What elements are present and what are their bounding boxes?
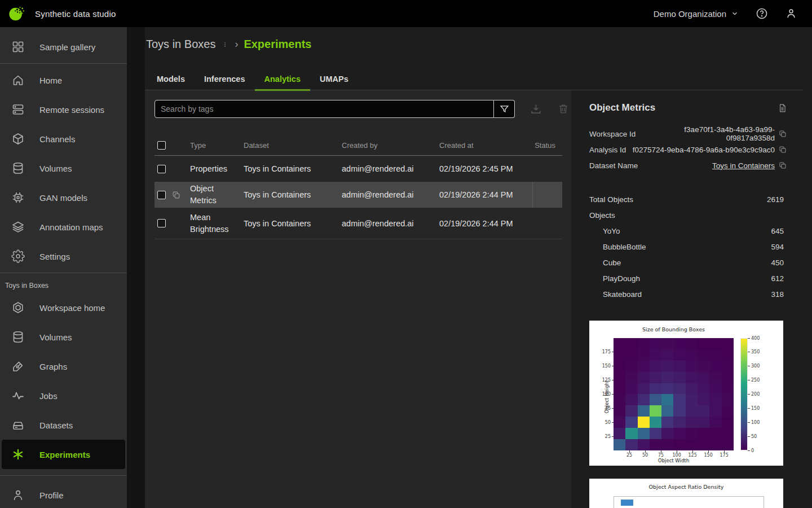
layers-icon	[11, 220, 25, 234]
colorbar-tick-label: 250	[751, 378, 760, 383]
colorbar-tick-label: 50	[751, 434, 757, 439]
dataset-link[interactable]: Toys in Containers	[638, 161, 778, 170]
object-count-row: PlayDough 612	[589, 270, 784, 286]
heatmap-cell	[673, 349, 685, 361]
cell-dataset: Toys in Containers	[244, 190, 342, 199]
heatmap-cell	[638, 439, 650, 450]
heatmap-xlabel: Object Width	[614, 458, 734, 463]
aspect-ratio-density-card: Object Aspect Ratio Density	[589, 479, 783, 508]
breadcrumb: Toys in Boxes › Experiments	[146, 38, 311, 51]
heatmap-cell	[638, 361, 650, 372]
heatmap-cell	[638, 372, 650, 383]
object-name: Cube	[603, 259, 621, 267]
download-icon[interactable]	[529, 103, 542, 116]
sidebar-item-label: Jobs	[39, 391, 58, 401]
heatmap-cell	[614, 372, 625, 383]
heatmap-cell	[709, 417, 721, 428]
sidebar-item-experiments[interactable]: Experiments	[2, 440, 125, 469]
table-row[interactable]: Properties Toys in Containers admin@rend…	[155, 156, 562, 182]
heatmap-cell	[614, 417, 625, 428]
search-input[interactable]	[155, 100, 494, 118]
account-icon[interactable]	[785, 7, 797, 20]
sidebar-item-jobs[interactable]: Jobs	[0, 381, 127, 410]
heatmap-cell	[614, 338, 625, 349]
heatmap-cell	[625, 428, 637, 439]
sidebar-item-remote-sessions[interactable]: Remote sessions	[0, 95, 127, 124]
sidebar-item-graphs[interactable]: Graphs	[0, 352, 127, 381]
toolbar	[155, 100, 570, 118]
heatmap-cell	[614, 428, 625, 439]
field-label: Workspace Id	[589, 130, 636, 138]
sidebar-item-channels[interactable]: Channels	[0, 124, 127, 154]
heatmap-cell	[673, 372, 685, 383]
sidebar-item-settings[interactable]: Settings	[0, 242, 127, 271]
table-row[interactable]: Mean Brightness Toys in Containers admin…	[155, 208, 562, 239]
sidebar-item-volumes[interactable]: Volumes	[0, 322, 127, 352]
org-switcher[interactable]: Demo Organization	[654, 9, 739, 19]
object-count-row: Cube 450	[589, 255, 784, 270]
sidebar-item-home[interactable]: Home	[0, 65, 127, 95]
home-icon	[11, 73, 25, 87]
sidebar-item-datasets[interactable]: Datasets	[0, 410, 127, 440]
heatmap-cell	[650, 439, 661, 450]
select-all-checkbox[interactable]	[157, 141, 166, 150]
copy-icon[interactable]	[778, 161, 787, 170]
heatmap-cell	[614, 394, 625, 405]
breadcrumb-workspace[interactable]: Toys in Boxes	[146, 38, 215, 51]
heatmap-cell	[722, 428, 734, 439]
object-count-row: Skateboard 318	[589, 286, 784, 302]
object-name: BubbleBottle	[603, 243, 646, 251]
sidebar-item-sample-gallery[interactable]: Sample gallery	[0, 32, 127, 62]
sidebar-item-gan-models[interactable]: GAN models	[0, 183, 127, 212]
heatmap-cell	[686, 383, 698, 395]
heatmap-cell	[709, 383, 721, 395]
heatmap-cell	[698, 361, 709, 372]
copy-icon[interactable]	[778, 129, 787, 138]
cell-type: Mean Brightness	[190, 212, 244, 235]
row-checkbox[interactable]	[157, 191, 166, 199]
sidebar-item-workspace-home[interactable]: Workspace home	[0, 293, 127, 322]
sidebar-item-annotation-maps[interactable]: Annotation maps	[0, 212, 127, 242]
trash-icon[interactable]	[557, 103, 570, 115]
colorbar-tick-label: 150	[751, 406, 760, 411]
tab-analytics[interactable]: Analytics	[255, 70, 310, 91]
heatmap-cell	[673, 417, 685, 428]
heatmap-cell	[638, 383, 650, 395]
heatmap-cell	[638, 338, 650, 349]
heatmap-cell	[661, 372, 673, 383]
x-tick-label: 25	[624, 453, 635, 458]
database-icon	[11, 161, 25, 175]
objects-label: Objects	[589, 211, 615, 220]
copy-icon[interactable]	[778, 145, 787, 154]
topbar: Synthetic data studio Demo Organization	[0, 0, 812, 27]
heatmap-cell	[722, 394, 734, 405]
table-row[interactable]: Object Metrics Toys in Containers admin@…	[155, 182, 562, 208]
sidebar-item-volumes[interactable]: Volumes	[0, 154, 127, 183]
object-count: 450	[771, 259, 784, 267]
tab-umaps[interactable]: UMAPs	[310, 70, 358, 91]
sidebar-item-profile[interactable]: Profile	[0, 480, 127, 508]
tab-inferences[interactable]: Inferences	[195, 70, 255, 91]
legend-swatch	[621, 500, 633, 506]
cell-status	[532, 182, 562, 208]
app-logo-icon[interactable]	[8, 5, 25, 22]
row-checkbox[interactable]	[157, 219, 166, 227]
document-icon[interactable]	[778, 103, 787, 113]
sidebar-item-label: Channels	[39, 134, 75, 144]
heatmap-cell	[661, 349, 673, 361]
heatmap-cell	[722, 372, 734, 383]
copy-icon[interactable]	[171, 190, 181, 200]
heatmap-cell	[709, 361, 721, 372]
tab-models[interactable]: Models	[147, 70, 195, 91]
col-status: Status	[532, 141, 562, 150]
heatmap-cell	[638, 417, 650, 428]
help-icon[interactable]	[756, 7, 768, 20]
heatmap-cell	[650, 417, 661, 428]
more-vert-icon[interactable]	[222, 41, 228, 49]
tab-bar: ModelsInferencesAnalyticsUMAPs	[147, 70, 358, 91]
row-checkbox[interactable]	[157, 165, 166, 173]
sidebar-item-label: Settings	[39, 252, 70, 261]
filter-button[interactable]	[494, 100, 515, 118]
cell-type: Object Metrics	[190, 183, 244, 207]
heatmap-cell	[638, 405, 650, 417]
